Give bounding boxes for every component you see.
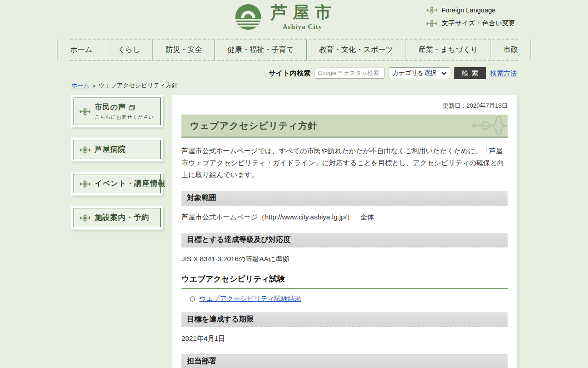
city-logo-icon — [235, 4, 261, 30]
scope-body: 芦屋市公式ホームページ（http://www.city.ashiya.lg.jp… — [181, 213, 508, 222]
section-heading-accessibility-test: ウエブアクセシビリティ試験 — [181, 274, 508, 289]
sidebar-item-sublabel: こちらにお寄せください — [95, 114, 154, 121]
nav-item-kyouiku-bunka-sports[interactable]: 教育・文化・スポーツ — [306, 40, 406, 60]
nav-item-kurashi[interactable]: くらし — [105, 40, 153, 60]
section-heading-deadline: 目標を達成する期限 — [181, 312, 508, 327]
section-heading-conformance-level: 目標とする達成等級及び対応度 — [181, 233, 508, 247]
chevron-down-icon — [441, 72, 447, 75]
main-content: 更新日：2020年7月13日 ウェブアクセシビリティ方針 芦屋市公式ホームページ… — [172, 95, 517, 368]
nav-item-shisei[interactable]: 市政 — [491, 40, 531, 60]
flourish-ornament — [468, 115, 507, 137]
breadcrumb: ホーム > ウェブアクセシビリティ方針 — [71, 81, 178, 90]
text-size-color-link[interactable]: 文字サイズ・色合い変更 — [426, 19, 515, 28]
category-select-value: カテゴリを選択 — [392, 69, 436, 77]
city-logo[interactable]: 芦屋市 Ashiya City — [235, 4, 337, 31]
main-nav: ホーム くらし 防災・安全 健康・福祉・子育て 教育・文化・スポーツ 産業・まち… — [70, 40, 518, 60]
breadcrumb-home-link[interactable]: ホーム — [71, 81, 90, 90]
divider-dashed-bottom — [70, 60, 518, 61]
search-button[interactable]: 検索 — [454, 67, 486, 79]
sidebar-item-citizens-voice[interactable]: 市民の声 こちらにお寄せください — [71, 95, 163, 127]
sidebar-item-ashiya-hospital[interactable]: 芦屋病院 — [71, 138, 163, 161]
test-result-link[interactable]: ウェブアクセシビリティ試験結果 — [199, 294, 301, 303]
search-help-link[interactable]: 検索方法 — [490, 69, 517, 78]
sidebar-item-label: 芦屋病院 — [95, 145, 126, 155]
nav-item-bousai-anzen[interactable]: 防災・安全 — [153, 40, 215, 60]
sidebar-item-facility-guide[interactable]: 施設案内・予約 — [71, 206, 163, 230]
sidebar-item-events-lectures[interactable]: イベント・講座情報 — [71, 172, 163, 196]
list-item: ウェブアクセシビリティ試験結果 — [190, 294, 508, 303]
conformance-level-body: JIS X 8341-3:2016の等級AAに準拠 — [181, 255, 508, 264]
foreign-language-link[interactable]: Foreign Language — [426, 6, 515, 14]
ornament-icon — [79, 214, 90, 222]
text-size-color-label: 文字サイズ・色合い変更 — [441, 19, 515, 28]
site-title: 芦屋市 — [268, 4, 337, 22]
ornament-icon — [79, 108, 90, 115]
external-link-icon — [129, 105, 135, 110]
site-search: サイト内検索 カテゴリを選択 検索 検索方法 — [269, 67, 517, 79]
page-title-bar: ウェブアクセシビリティ方針 — [181, 115, 508, 138]
nav-item-kenkou-fukushi-kosodate[interactable]: 健康・福祉・子育て — [215, 40, 306, 60]
site-search-label: サイト内検索 — [269, 69, 311, 78]
header-utility-links: Foreign Language 文字サイズ・色合い変更 — [426, 6, 515, 28]
deadline-body: 2021年4月1日 — [181, 334, 508, 343]
sidebar-item-label: イベント・講座情報 — [95, 179, 166, 189]
list-bullet-icon — [190, 296, 195, 302]
ornament-icon — [426, 6, 437, 14]
sidebar-item-label: 施設案内・予約 — [95, 213, 149, 223]
search-input[interactable] — [315, 68, 384, 79]
breadcrumb-current: ウェブアクセシビリティ方針 — [98, 81, 177, 90]
ornament-icon — [79, 146, 90, 154]
foreign-language-label: Foreign Language — [441, 6, 496, 14]
breadcrumb-separator: > — [92, 82, 96, 89]
updated-date: 更新日：2020年7月13日 — [181, 102, 508, 110]
nav-item-home[interactable]: ホーム — [57, 40, 105, 60]
site-subtitle: Ashiya City — [283, 23, 322, 31]
ornament-icon — [426, 20, 437, 27]
section-heading-department: 担当部署 — [181, 354, 508, 368]
intro-paragraph: 芦屋市公式ホームページでは、すべての市民や訪れたかたが不自由なくご利用いただくた… — [181, 145, 508, 181]
sidebar-item-label: 市民の声 — [95, 103, 126, 112]
ornament-icon — [79, 180, 90, 188]
section-heading-scope: 対象範囲 — [181, 191, 508, 206]
page: 芦屋市 Ashiya City Foreign Language 文字サイズ・色… — [0, 0, 588, 368]
category-select[interactable]: カテゴリを選択 — [389, 67, 450, 79]
page-title: ウェブアクセシビリティ方針 — [190, 120, 317, 132]
accessibility-test-list: ウェブアクセシビリティ試験結果 — [181, 294, 508, 303]
sidebar: 市民の声 こちらにお寄せください — [71, 95, 163, 230]
nav-item-sangyou-machizukuri[interactable]: 産業・まちづくり — [406, 40, 491, 60]
